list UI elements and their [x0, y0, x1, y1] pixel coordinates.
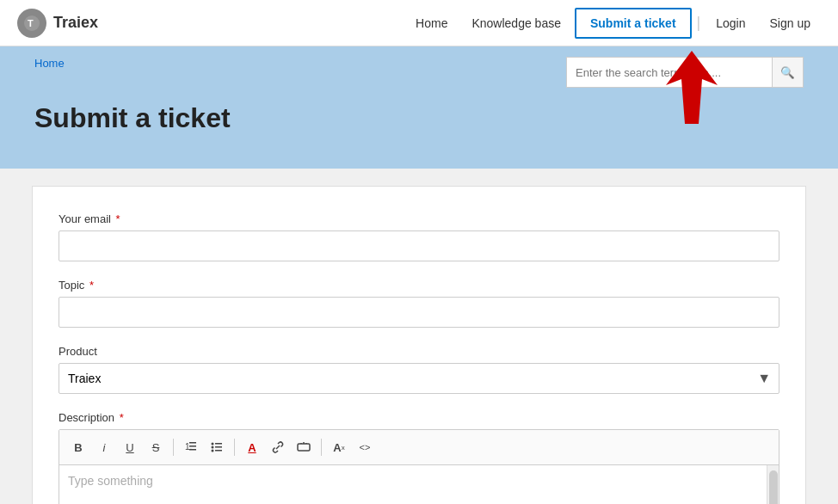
svg-point-7: [212, 443, 214, 446]
scrollbar-thumb: [769, 470, 778, 504]
nav-login[interactable]: Login: [706, 9, 755, 37]
ordered-list-button[interactable]: 1.: [179, 435, 203, 459]
svg-text:T: T: [28, 18, 34, 28]
editor-placeholder: Type something: [68, 474, 153, 488]
description-editor: B i U S 1.: [59, 429, 779, 504]
text-color-button[interactable]: A: [240, 435, 264, 459]
toolbar-separator-1: [173, 439, 174, 456]
product-label: Product: [59, 345, 779, 358]
nav-knowledge-base[interactable]: Knowledge base: [461, 9, 571, 37]
svg-rect-8: [215, 443, 222, 445]
nav-submit-ticket[interactable]: Submit a ticket: [575, 8, 692, 39]
svg-point-11: [212, 450, 214, 452]
editor-body-area: Type something: [59, 465, 779, 504]
svg-rect-12: [215, 450, 222, 452]
toolbar-separator-3: [321, 439, 322, 456]
topic-form-group: Topic *: [59, 279, 779, 328]
description-required-star: *: [116, 411, 124, 424]
svg-rect-10: [215, 446, 222, 448]
bold-button[interactable]: B: [66, 435, 90, 459]
header: T Traiex Home Knowledge base Submit a ti…: [0, 0, 838, 46]
logo: T Traiex: [17, 9, 98, 38]
product-form-group: Product Traiex ▼: [59, 345, 779, 394]
svg-point-9: [212, 446, 214, 449]
link-button[interactable]: [266, 435, 290, 459]
page-title: Submit a ticket: [34, 77, 804, 169]
search-input[interactable]: [566, 57, 773, 88]
strikethrough-button[interactable]: S: [144, 435, 168, 459]
email-input[interactable]: [59, 230, 779, 261]
hero-banner: Home 🔍 Submit a ticket: [0, 46, 838, 169]
toolbar-separator-2: [234, 439, 235, 456]
form-card: Your email * Topic * Product Traiex ▼: [32, 186, 806, 504]
email-required-star: *: [113, 212, 120, 225]
email-label: Your email *: [59, 212, 779, 225]
svg-rect-13: [298, 444, 310, 451]
italic-button[interactable]: i: [92, 435, 116, 459]
search-bar-container: 🔍: [566, 57, 804, 88]
topic-required-star: *: [86, 279, 94, 292]
description-label: Description *: [59, 411, 779, 424]
search-button[interactable]: 🔍: [773, 57, 804, 88]
code-button[interactable]: <>: [353, 435, 377, 459]
topic-label: Topic *: [59, 279, 779, 292]
editor-content[interactable]: Type something: [59, 465, 767, 504]
nav-signup[interactable]: Sign up: [760, 9, 821, 37]
svg-rect-5: [189, 446, 196, 447]
main-nav: Home Knowledge base Submit a ticket | Lo…: [405, 8, 821, 39]
form-section: Your email * Topic * Product Traiex ▼: [0, 169, 838, 504]
product-select-wrapper: Traiex ▼: [59, 363, 779, 394]
hyperlink-button[interactable]: [292, 435, 316, 459]
email-form-group: Your email *: [59, 212, 779, 261]
logo-icon: T: [17, 9, 46, 38]
search-icon: 🔍: [780, 66, 795, 79]
nav-divider: |: [697, 14, 701, 32]
editor-scrollbar[interactable]: [767, 465, 779, 504]
clear-format-button[interactable]: Ax: [327, 435, 351, 459]
logo-text: Traiex: [53, 14, 98, 32]
product-select[interactable]: Traiex: [59, 363, 779, 394]
underline-button[interactable]: U: [118, 435, 142, 459]
nav-home[interactable]: Home: [405, 9, 458, 37]
breadcrumb-home-link[interactable]: Home: [34, 57, 65, 70]
topic-input[interactable]: [59, 297, 779, 328]
unordered-list-button[interactable]: [205, 435, 229, 459]
editor-toolbar: B i U S 1.: [59, 430, 779, 465]
description-form-group: Description * B i U S 1.: [59, 411, 779, 504]
svg-rect-6: [189, 449, 196, 451]
svg-rect-4: [189, 442, 196, 444]
